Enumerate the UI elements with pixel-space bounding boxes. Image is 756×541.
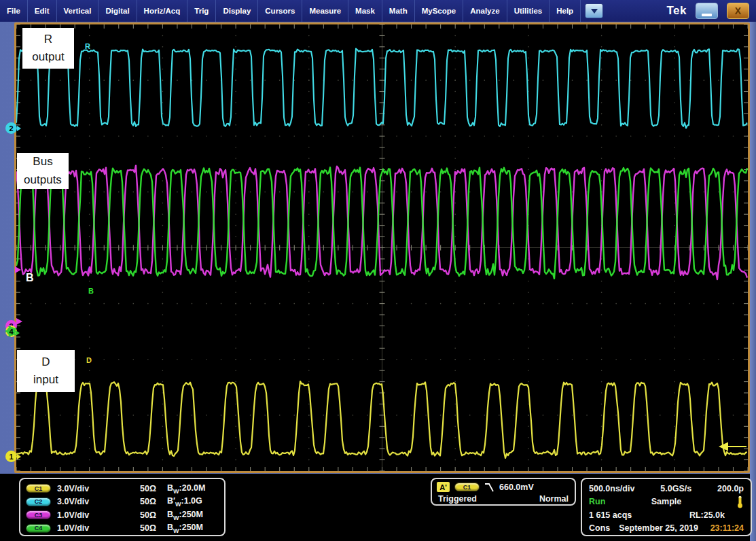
menu-item-math[interactable]: Math <box>382 0 415 22</box>
cons-label: Cons <box>589 523 610 533</box>
acquisition-mode: Sample <box>651 497 681 506</box>
channel-4-readout[interactable]: C4 1.0V/div 50Ω BW:250M <box>20 522 224 536</box>
falling-edge-icon <box>484 482 494 493</box>
graticule-area: RABBD R output Bus outputs D input <box>14 22 750 473</box>
menu-item-display[interactable]: Display <box>216 0 258 22</box>
menu-bar: FileEditVerticalDigitalHoriz/AcqTrigDisp… <box>0 0 756 22</box>
oscilloscope-screen: FileEditVerticalDigitalHoriz/AcqTrigDisp… <box>0 0 756 541</box>
timebase-scale: 500.0ns/div <box>589 484 634 493</box>
channel-4-impedance: 50Ω <box>140 523 167 533</box>
channel-3-badge[interactable]: C3 <box>26 510 51 519</box>
channel-1-impedance: 50Ω <box>140 484 167 493</box>
channel-1-badge[interactable]: C1 <box>26 484 51 493</box>
close-button[interactable]: X <box>727 3 749 19</box>
channel-1-marker-label: 1 <box>9 453 13 461</box>
menu-dropdown-button[interactable] <box>585 3 603 18</box>
minimize-icon <box>702 14 712 16</box>
acquisition-row: Run Sample <box>589 495 744 509</box>
datetime-row: Cons September 25, 2019 23:11:24 <box>589 522 744 536</box>
channel-4-marker-label: 4 <box>9 328 13 336</box>
date-label: September 25, 2019 <box>619 523 698 533</box>
channel-2-badge[interactable]: C2 <box>26 498 51 506</box>
screen-frame-right <box>750 22 756 541</box>
channel-3-scale: 1.0V/div <box>57 510 140 520</box>
channel-readout-box: C1 3.0V/div 50Ω BW:20.0M C2 3.0V/div 50Ω… <box>19 478 226 536</box>
channel-2-readout[interactable]: C2 3.0V/div 50Ω B′W:1.0G <box>20 495 224 509</box>
annotation-d-input: D input <box>17 350 75 392</box>
annotation-line: D <box>17 353 75 371</box>
menu-item-horiz-acq[interactable]: Horiz/Acq <box>137 0 188 22</box>
channel-2-bandwidth: B′W:1.0G <box>167 496 202 508</box>
menu-item-myscope[interactable]: MyScope <box>415 0 464 22</box>
waveform-canvas: RABBD <box>16 24 748 471</box>
menu-items: FileEditVerticalDigitalHoriz/AcqTrigDisp… <box>0 0 581 22</box>
thermometer-icon <box>736 495 744 508</box>
channel-1-readout[interactable]: C1 3.0V/div 50Ω BW:20.0M <box>20 482 224 495</box>
sample-rate: 5.0GS/s <box>660 484 691 493</box>
channel-2-marker-label: 2 <box>9 124 13 133</box>
trigger-settings-row: A' C1 660.0mV <box>432 481 575 493</box>
annotation-r-output: R output <box>22 28 74 69</box>
channel-4-marker[interactable]: 4 <box>5 326 17 337</box>
acquisition-count: 1 615 acqs <box>589 510 632 520</box>
trigger-source-badge[interactable]: C1 <box>454 483 480 491</box>
trigger-a-badge: A' <box>437 482 450 492</box>
timebase-row: 500.0ns/div 5.0GS/s 200.0p <box>589 482 744 495</box>
record-length: RL:25.0k <box>689 510 725 520</box>
minimize-button[interactable] <box>696 3 718 19</box>
channel-3-level-arrow-icon[interactable] <box>15 266 21 273</box>
resolution: 200.0p <box>717 484 744 493</box>
annotation-line: R <box>22 31 74 48</box>
channel-4-scale: 1.0V/div <box>57 523 140 533</box>
menu-item-analyze[interactable]: Analyze <box>463 0 507 22</box>
channel-2-marker[interactable]: 2 <box>5 122 17 134</box>
marker-pin-icon <box>16 330 20 336</box>
menu-item-utilities[interactable]: Utilities <box>507 0 550 22</box>
trigger-status: Triggered <box>438 494 477 504</box>
menu-item-edit[interactable]: Edit <box>28 0 57 22</box>
menu-item-help[interactable]: Help <box>550 0 581 22</box>
channel-1-bandwidth: BW:20.0M <box>167 483 205 495</box>
marker-pin-icon <box>17 454 21 459</box>
svg-text:B: B <box>88 287 94 295</box>
acquisition-state: Run <box>589 497 651 506</box>
annotation-bus-outputs: Bus outputs <box>17 153 69 189</box>
menu-item-vertical[interactable]: Vertical <box>57 0 99 22</box>
tek-logo: Tek <box>666 4 687 18</box>
annotation-line: Bus <box>17 153 69 171</box>
svg-text:A: A <box>87 265 92 273</box>
channel-3-marker-arrow-icon <box>16 318 22 325</box>
readout-bar: C1 3.0V/div 50Ω BW:20.0M C2 3.0V/div 50Ω… <box>0 474 750 541</box>
marker-pin-icon <box>17 126 21 131</box>
svg-text:R: R <box>85 42 90 50</box>
channel-1-scale: 3.0V/div <box>57 484 140 493</box>
channel-4-badge[interactable]: C4 <box>26 524 51 533</box>
channel-3-readout[interactable]: C3 1.0V/div 50Ω BW:250M <box>20 508 224 522</box>
channel-3-impedance: 50Ω <box>140 510 167 520</box>
svg-text:D: D <box>86 356 92 364</box>
menu-item-digital[interactable]: Digital <box>98 0 137 22</box>
time-label: 23:11:24 <box>710 523 744 533</box>
svg-text:B: B <box>26 272 34 283</box>
menu-item-mask[interactable]: Mask <box>348 0 382 22</box>
annotation-line: output <box>22 48 74 66</box>
channel-3-bandwidth: BW:250M <box>167 510 203 521</box>
channel-2-scale: 3.0V/div <box>57 497 140 506</box>
trigger-level: 660.0mV <box>499 483 534 492</box>
trigger-status-row: Triggered Normal <box>432 493 575 504</box>
menu-item-trig[interactable]: Trig <box>187 0 216 22</box>
display-area: RABBD R output Bus outputs D input <box>0 22 756 474</box>
annotation-line: input <box>17 371 75 389</box>
horizontal-readout-box[interactable]: 500.0ns/div 5.0GS/s 200.0p Run Sample 1 … <box>581 478 752 536</box>
chevron-down-icon <box>591 9 598 14</box>
channel-4-bandwidth: BW:250M <box>167 523 203 534</box>
trigger-readout-box[interactable]: A' C1 660.0mV Triggered Normal <box>431 478 576 506</box>
menu-item-cursors[interactable]: Cursors <box>258 0 302 22</box>
acqs-row: 1 615 acqs RL:25.0k <box>589 508 744 522</box>
menu-item-measure[interactable]: Measure <box>302 0 348 22</box>
annotation-line: outputs <box>17 171 69 189</box>
channel-1-marker[interactable]: 1 <box>5 451 17 462</box>
menu-item-file[interactable]: File <box>0 0 28 22</box>
trigger-mode: Normal <box>539 494 569 504</box>
channel-2-impedance: 50Ω <box>140 497 167 506</box>
